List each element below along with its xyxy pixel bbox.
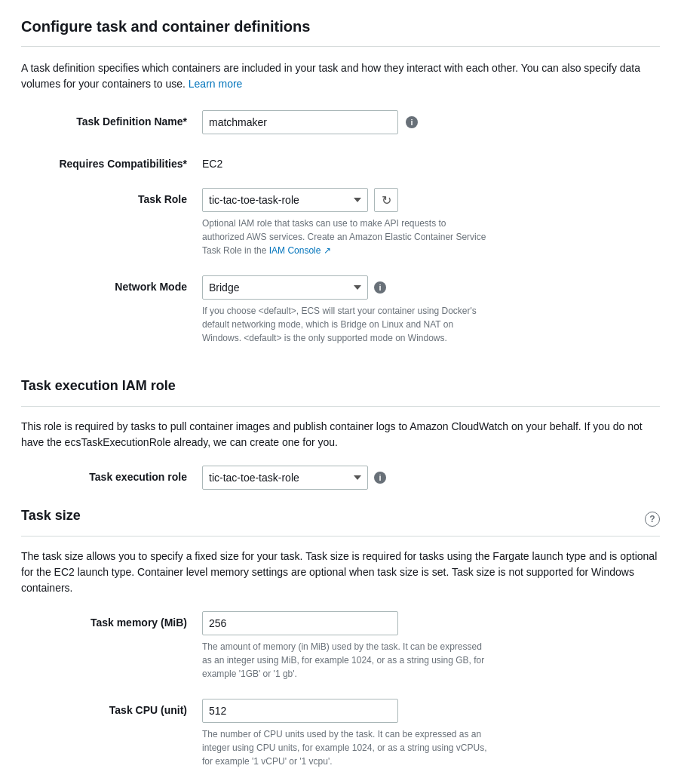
task-memory-control: The amount of memory (in MiB) used by th… — [202, 611, 660, 681]
network-mode-label: Network Mode — [21, 275, 202, 293]
requires-compatibilities-control: EC2 — [202, 152, 660, 170]
task-memory-input[interactable] — [202, 611, 398, 635]
task-execution-role-select[interactable]: tic-tac-toe-task-role — [202, 466, 368, 490]
task-role-refresh-button[interactable]: ↻ — [374, 188, 398, 212]
requires-compatibilities-label: Requires Compatibilities* — [21, 152, 202, 170]
task-role-select-wrap: tic-tac-toe-task-role ↻ — [202, 188, 660, 212]
task-execution-role-row: Task execution role tic-tac-toe-task-rol… — [21, 466, 660, 490]
network-mode-select-wrap: Bridge awsvpc host none i — [202, 275, 660, 300]
task-size-help-icon[interactable]: ? — [645, 512, 660, 527]
task-memory-label: Task memory (MiB) — [21, 611, 202, 629]
task-size-section-title: Task size — [21, 508, 81, 524]
task-role-hint: Optional IAM role that tasks can use to … — [202, 217, 489, 257]
iam-console-link[interactable]: IAM Console ↗ — [269, 245, 331, 256]
external-link-icon: ↗ — [324, 245, 331, 256]
intro-text: A task definition specifies which contai… — [21, 60, 660, 92]
requires-compatibilities-row: Requires Compatibilities* EC2 — [21, 152, 660, 170]
task-definition-name-control: i — [202, 110, 660, 134]
network-mode-select[interactable]: Bridge awsvpc host none — [202, 275, 368, 300]
task-cpu-label: Task CPU (unit) — [21, 699, 202, 716]
task-execution-section-title: Task execution IAM role — [21, 378, 176, 394]
learn-more-link[interactable]: Learn more — [189, 78, 243, 90]
task-size-section-text: The task size allows you to specify a fi… — [21, 549, 660, 596]
task-definition-name-row: Task Definition Name* i — [21, 110, 660, 134]
task-execution-role-select-wrap: tic-tac-toe-task-role i — [202, 466, 660, 490]
network-mode-hint: If you choose <default>, ECS will start … — [202, 304, 489, 345]
task-memory-hint: The amount of memory (in MiB) used by th… — [202, 640, 489, 681]
task-execution-role-info-icon[interactable]: i — [374, 472, 386, 484]
task-cpu-row: Task CPU (unit) The number of CPU units … — [21, 699, 660, 768]
task-cpu-hint: The number of CPU units used by the task… — [202, 727, 489, 768]
task-role-select[interactable]: tic-tac-toe-task-role — [202, 188, 368, 212]
task-definition-name-label: Task Definition Name* — [21, 110, 202, 128]
page-title: Configure task and container definitions — [21, 18, 660, 35]
task-execution-divider — [21, 406, 660, 407]
requires-compatibilities-value: EC2 — [202, 152, 660, 170]
task-role-control: tic-tac-toe-task-role ↻ Optional IAM rol… — [202, 188, 660, 257]
task-size-divider — [21, 536, 660, 537]
task-cpu-input[interactable] — [202, 699, 398, 723]
title-divider — [21, 46, 660, 47]
task-role-row: Task Role tic-tac-toe-task-role ↻ Option… — [21, 188, 660, 257]
task-size-header-row: Task size ? — [21, 508, 660, 530]
network-mode-control: Bridge awsvpc host none i If you choose … — [202, 275, 660, 345]
task-memory-row: Task memory (MiB) The amount of memory (… — [21, 611, 660, 681]
network-mode-row: Network Mode Bridge awsvpc host none i I… — [21, 275, 660, 345]
task-execution-section-text: This role is required by tasks to pull c… — [21, 419, 660, 450]
task-definition-name-input[interactable] — [202, 110, 398, 134]
task-execution-role-control: tic-tac-toe-task-role i — [202, 466, 660, 490]
task-execution-role-label: Task execution role — [21, 466, 202, 483]
network-mode-info-icon[interactable]: i — [374, 281, 386, 294]
task-definition-name-info-icon[interactable]: i — [406, 116, 418, 128]
refresh-icon: ↻ — [382, 193, 391, 208]
task-role-label: Task Role — [21, 188, 202, 205]
task-cpu-control: The number of CPU units used by the task… — [202, 699, 660, 768]
task-execution-header-row: Task execution IAM role — [21, 363, 660, 400]
